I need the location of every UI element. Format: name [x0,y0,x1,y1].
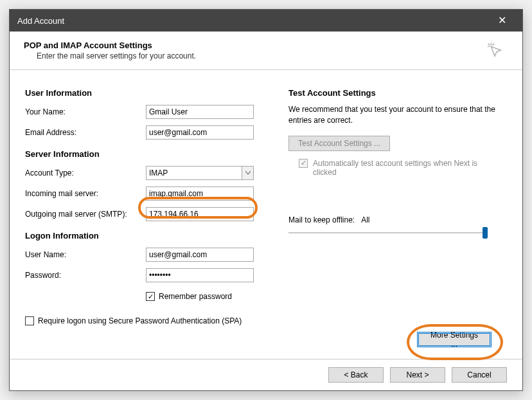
incoming-server-field[interactable] [146,186,254,201]
your-name-field[interactable] [146,105,254,119]
password-field[interactable] [146,268,254,282]
more-settings-button[interactable]: More Settings ... [417,332,492,347]
cursor-click-icon [485,41,504,60]
content-area: User Information Your Name: Email Addres… [10,70,522,359]
title-bar: Add Account ✕ [10,10,522,32]
add-account-window: Add Account ✕ POP and IMAP Account Setti… [9,9,523,391]
email-label: Email Address: [25,128,146,137]
incoming-server-label: Incoming mail server: [25,189,146,198]
cancel-button[interactable]: Cancel [452,367,507,383]
auto-test-checkbox[interactable]: ✓ [299,159,308,168]
wizard-header: POP and IMAP Account Settings Enter the … [10,32,522,70]
test-account-settings-button[interactable]: Test Account Settings ... [288,136,390,151]
footer-buttons: < Back Next > Cancel [10,359,522,390]
mail-offline-value: All [361,215,369,224]
your-name-label: Your Name: [25,107,146,116]
test-settings-desc: We recommend that you test your account … [288,104,507,127]
mail-offline-slider[interactable] [288,227,488,239]
account-type-value: IMAP [149,168,168,177]
server-info-title: Server Information [25,149,277,159]
back-button[interactable]: < Back [328,367,384,383]
next-button[interactable]: Next > [390,367,445,383]
account-type-select[interactable]: IMAP [146,166,254,180]
close-icon[interactable]: ✕ [489,10,515,32]
password-label: Password: [25,271,146,280]
username-label: User Name: [25,250,146,259]
window-title: Add Account [17,16,64,26]
username-field[interactable] [146,248,254,262]
spa-label: Require logon using Secure Password Auth… [38,316,242,325]
outgoing-server-field[interactable] [146,207,254,221]
spa-checkbox[interactable] [25,316,34,325]
remember-password-label: Remember password [159,292,232,301]
chevron-down-icon [242,167,253,179]
email-field[interactable] [146,125,254,140]
remember-password-checkbox[interactable]: ✓ [146,292,155,301]
test-settings-title: Test Account Settings [288,88,507,98]
user-info-title: User Information [25,88,277,98]
mail-offline-label: Mail to keep offline: [288,215,355,224]
wizard-heading: POP and IMAP Account Settings [24,41,485,50]
logon-info-title: Logon Information [25,231,277,241]
auto-test-label: Automatically test account settings when… [313,159,493,177]
slider-thumb-icon[interactable] [483,227,488,239]
outgoing-server-label: Outgoing mail server (SMTP): [25,210,146,219]
account-type-label: Account Type: [25,168,146,177]
wizard-subheading: Enter the mail server settings for your … [24,51,485,60]
